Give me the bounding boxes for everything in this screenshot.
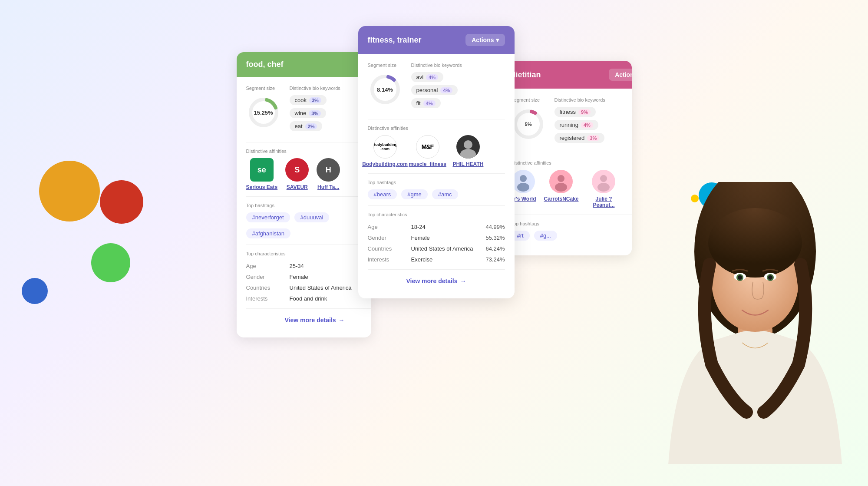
deco-circle-green-left xyxy=(91,243,130,282)
center-arrow-icon: → xyxy=(460,278,466,284)
right-keyword-fitness: fitness 9% xyxy=(554,107,632,120)
center-char-interests-pct: 73.24% xyxy=(483,254,505,265)
right-affinity-julie-name: Julie ? Peanut... xyxy=(586,196,621,208)
right-affinity-runners-name: er's World xyxy=(511,196,536,202)
center-char-gender: Gender Female 55.32% xyxy=(368,232,505,243)
left-view-more[interactable]: View more details → xyxy=(246,308,371,329)
saveur-icon: S xyxy=(285,158,309,182)
center-affinity-bb: Bodybuilding.com Bodybuilding.com xyxy=(368,135,403,167)
right-affinity-runners: er's World xyxy=(511,170,536,202)
left-segment-label: Segment size xyxy=(246,86,281,91)
left-hashtag-2: #duuuval xyxy=(294,212,330,222)
left-affinity-saveur-name: SAVEUR xyxy=(287,184,308,190)
left-char-gender: Gender Female xyxy=(246,271,371,282)
center-affinity-phil-name: PHIL HEATH xyxy=(453,161,484,167)
mf-icon: M&F xyxy=(416,135,439,159)
center-char-gender-pct: 55.32% xyxy=(483,232,505,243)
right-size-label: Segment size xyxy=(511,97,546,102)
center-hashtags-label: Top hashtags xyxy=(368,180,505,185)
center-char-interests-label: Interests xyxy=(368,254,411,265)
svg-point-9 xyxy=(517,183,529,192)
card-food-chef: food, chef Segment size 15.25% xyxy=(237,52,371,337)
phil-icon xyxy=(456,135,480,159)
center-affinity-bb-name: Bodybuilding.com xyxy=(362,161,408,167)
right-affinity-julie: Julie ? Peanut... xyxy=(586,170,621,208)
card-dietitian: dietitian Actions ▾ Segment size xyxy=(502,61,632,255)
card-food-chef-header: food, chef xyxy=(237,52,371,77)
center-affinity-mf-name: muscle_fitness xyxy=(409,161,446,167)
center-char-gender-label: Gender xyxy=(368,232,411,243)
center-affinity-row: Bodybuilding.com Bodybuilding.com M&F mu… xyxy=(368,135,505,167)
fitness-actions-button[interactable]: Actions ▾ xyxy=(465,34,505,46)
left-char-label: Top characteristics xyxy=(246,251,371,256)
huff-icon: H xyxy=(317,158,340,182)
center-keyword-fit: fit 4% xyxy=(411,98,505,111)
svg-point-23 xyxy=(768,275,772,280)
center-char-countries-value: United States of America xyxy=(411,243,483,254)
card-fitness-header: fitness, trainer Actions ▾ xyxy=(358,26,515,54)
arrow-right-icon: → xyxy=(339,317,345,324)
left-char-countries-label: Countries xyxy=(246,282,290,293)
center-keyword-avi: avi 4% xyxy=(411,72,505,85)
left-char-interests-label: Interests xyxy=(246,293,290,304)
left-char-table: Age 25-34 Gender Female Countries United… xyxy=(246,261,371,304)
left-char-age-label: Age xyxy=(246,261,290,271)
deco-circle-blue xyxy=(22,278,48,304)
card-dietitian-header: dietitian Actions ▾ xyxy=(502,61,632,89)
right-affinity-row: er's World CarrotsNCake xyxy=(511,170,632,208)
card-fitness-trainer: fitness, trainer Actions ▾ Segment size … xyxy=(358,26,515,298)
svg-point-17 xyxy=(708,208,802,278)
center-char-age-value: 18-24 xyxy=(411,222,483,232)
center-char-label: Top characteristics xyxy=(368,212,505,217)
center-hashtag-2: #gme xyxy=(401,189,428,199)
card-food-chef-title: food, chef xyxy=(246,60,284,69)
left-affinity-se: se Serious Eats xyxy=(246,158,278,190)
center-affinity-mf: M&F muscle_fitness xyxy=(410,135,445,167)
right-hashtags-label: Top hashtags xyxy=(511,221,632,226)
right-donut: 5% xyxy=(511,107,546,142)
dietitian-actions-button[interactable]: Actions ▾ xyxy=(609,69,631,81)
svg-point-4 xyxy=(464,140,472,149)
svg-point-5 xyxy=(460,149,476,159)
card-fitness-title: fitness, trainer xyxy=(368,36,422,45)
center-char-interests: Interests Exercise 73.24% xyxy=(368,254,505,265)
runners-icon xyxy=(512,170,535,193)
left-hashtag-1: #neverforget xyxy=(246,212,290,222)
center-donut: 8.14% xyxy=(368,72,403,107)
center-segment-label: Segment size xyxy=(368,63,403,68)
right-affinities-label: Distinctive affinities xyxy=(511,160,632,165)
center-view-more[interactable]: View more details → xyxy=(368,269,505,290)
right-bio-label: Distinctive bio keywords xyxy=(554,97,632,102)
center-char-countries-label: Countries xyxy=(368,243,411,254)
svg-point-10 xyxy=(558,175,564,182)
card-dietitian-body: Segment size 5% Distinctive bio keywords… xyxy=(502,89,632,255)
center-char-age: Age 18-24 44.99% xyxy=(368,222,505,232)
left-affinity-saveur: S SAVEUR xyxy=(285,158,309,190)
center-char-countries: Countries United States of America 64.24… xyxy=(368,243,505,254)
center-char-gender-value: Female xyxy=(411,232,483,243)
center-hashtag-row: #bears #gme #amc xyxy=(368,189,505,199)
center-donut-label: 8.14% xyxy=(377,86,393,93)
center-affinity-phil: PHIL HEATH xyxy=(453,135,484,167)
left-char-age: Age 25-34 xyxy=(246,261,371,271)
left-affinities-label: Distinctive affinities xyxy=(246,149,371,154)
se-icon: se xyxy=(250,158,274,182)
right-hashtag-2: #g... xyxy=(534,231,557,241)
left-char-gender-label: Gender xyxy=(246,271,290,282)
left-affinity-row: se Serious Eats S SAVEUR H Huff Ta... xyxy=(246,158,371,190)
right-affinity-carrots-name: CarrotsNCake xyxy=(544,196,578,202)
deco-circle-orange xyxy=(39,161,100,222)
left-affinity-se-name: Serious Eats xyxy=(246,184,278,190)
card-dietitian-title: dietitian xyxy=(511,70,541,79)
left-donut: 15.25% xyxy=(246,95,281,130)
center-keyword-personal: personal 4% xyxy=(411,85,505,98)
right-donut-label: 5% xyxy=(525,122,532,127)
svg-point-11 xyxy=(555,183,567,192)
svg-point-8 xyxy=(520,175,527,182)
center-char-countries-pct: 64.24% xyxy=(483,243,505,254)
left-affinity-huff-name: Huff Ta... xyxy=(317,184,339,190)
center-char-interests-value: Exercise xyxy=(411,254,483,265)
left-hashtag-3: #afghanistan xyxy=(246,228,290,238)
left-affinity-huff: H Huff Ta... xyxy=(317,158,340,190)
right-affinity-carrots: CarrotsNCake xyxy=(544,170,578,202)
